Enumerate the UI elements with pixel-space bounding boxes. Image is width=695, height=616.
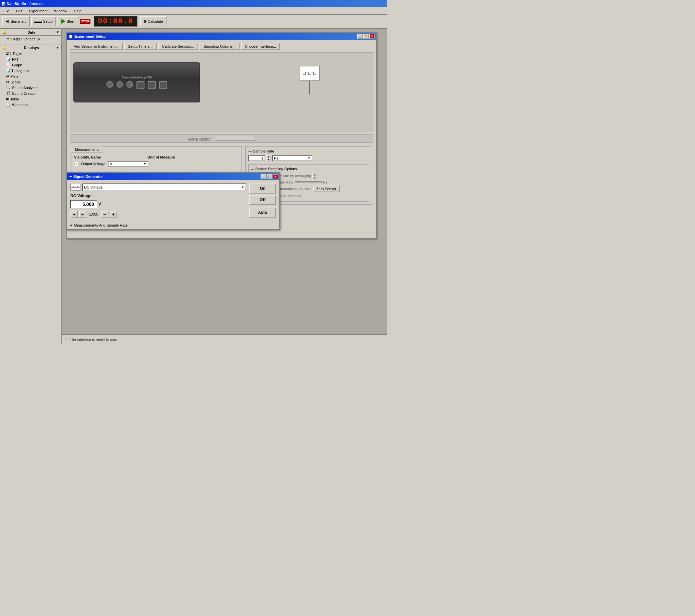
table-label: Table: [10, 97, 19, 101]
meter-label: Meter: [10, 74, 20, 79]
add-sensor-button[interactable]: Add Sensor or Instrument...: [70, 43, 123, 50]
sidebar-item-workbook[interactable]: 📋 Workbook: [0, 102, 62, 107]
sound-analyzer-icon: 🔍: [6, 85, 11, 90]
signal-type-dropdown[interactable]: DC Voltage ▼: [82, 184, 246, 191]
sidebar-item-digits[interactable]: 314 Digits: [0, 51, 62, 56]
signal-connector-line: [309, 81, 310, 95]
stop-badge: STOP: [80, 19, 90, 24]
sample-rate-input[interactable]: 1: [248, 155, 265, 161]
voltage-unit: V: [98, 202, 101, 206]
content-area: 📋 Experiment Setup _ □ ✕ Add Sensor or I…: [62, 29, 387, 344]
expand-measurements-row[interactable]: + Measurements And Sample Rate: [67, 221, 279, 229]
table-icon: ⊞: [6, 97, 9, 101]
sidebar-item-graph[interactable]: 📈 Graph: [0, 62, 62, 68]
port-power: [106, 81, 113, 88]
sidebar-item-meter[interactable]: ⊙ Meter: [0, 73, 62, 79]
sig-gen-maximize-button[interactable]: □: [267, 174, 272, 179]
sound-creator-label: Sound Creator: [12, 91, 36, 96]
reduce-spin-up[interactable]: ▲: [312, 173, 317, 176]
zero-sensor-button[interactable]: Zero Sensor: [313, 185, 340, 192]
scope-icon: ⊗: [6, 80, 9, 84]
setup-timers-button[interactable]: Setup Timers...: [124, 43, 157, 50]
exp-maximize-button[interactable]: □: [363, 34, 369, 39]
summary-button[interactable]: ⊞ Summary: [2, 16, 30, 27]
signal-type-value: DC Voltage: [84, 185, 103, 189]
port-b: [126, 81, 133, 88]
sample-rate-row: 1 ▲ ▼ Hz ▼: [248, 155, 369, 161]
exp-close-button[interactable]: ✕: [369, 34, 375, 39]
step-value: 1.000: [88, 212, 100, 216]
workbook-label: Workbook: [12, 103, 28, 107]
fft-icon: 📊: [6, 57, 11, 62]
setup-button[interactable]: ▬▬ Setup: [31, 16, 56, 27]
scope-label: Scope: [10, 80, 21, 84]
port-d: [148, 81, 156, 89]
sidebar-item-scope[interactable]: ⊗ Scope: [0, 79, 62, 85]
summary-icon: ⊞: [5, 19, 9, 24]
sidebar-item-sound-analyzer[interactable]: 🔍 Sound Analyzer: [0, 85, 62, 90]
exp-minimize-button[interactable]: _: [357, 34, 363, 39]
sig-gen-minimize-button[interactable]: _: [260, 174, 266, 179]
dc-wave-icon: [71, 185, 80, 189]
off-button[interactable]: Off: [249, 195, 276, 205]
sidebar-item-sound-creator[interactable]: 🎵 Sound Creator: [0, 90, 62, 96]
measurements-tab[interactable]: Measurements: [71, 147, 103, 152]
sidebar-item-fft[interactable]: 📊 FFT: [0, 56, 62, 62]
output-voltage-checkbox[interactable]: ✓: [74, 162, 79, 166]
output-voltage-icon: 〜: [7, 36, 10, 41]
hz-dropdown[interactable]: Hz ▼: [272, 155, 312, 161]
menu-experiment[interactable]: Experiment: [27, 9, 50, 14]
start-button[interactable]: Start: [57, 16, 79, 27]
graph-label: Graph: [12, 63, 22, 67]
device-area: ScienceWorkshop 750: [70, 52, 373, 132]
menu-help[interactable]: Help: [72, 9, 83, 14]
experiment-setup-titlebar[interactable]: 📋 Experiment Setup _ □ ✕: [67, 33, 376, 40]
reduce-spin-down[interactable]: ▼: [312, 176, 317, 179]
workbook-icon: 📋: [6, 102, 11, 107]
signal-type-icon: [70, 184, 80, 190]
signal-gen-left: DC Voltage ▼ DC Voltage 5.000 V ◄ ► 1.00…: [70, 184, 246, 218]
spin-up-button[interactable]: ▲: [266, 155, 271, 158]
unit-col-header: Unit of Measure: [148, 155, 198, 159]
sampling-options-button[interactable]: Sampling Options...: [200, 43, 240, 50]
calculate-button[interactable]: ⊞ Calculate: [140, 16, 167, 27]
plus-button[interactable]: +: [110, 211, 117, 218]
voltage-value-display[interactable]: 5.000: [70, 200, 97, 208]
auto-button[interactable]: Auto: [249, 207, 276, 218]
minus-button[interactable]: −: [101, 211, 108, 218]
choose-interface-button[interactable]: Choose Interface...: [241, 43, 280, 50]
signal-type-row: DC Voltage ▼: [70, 184, 246, 191]
sound-creator-icon: 🎵: [6, 91, 11, 96]
step-up-button[interactable]: ►: [79, 211, 86, 218]
sidebar-item-table[interactable]: ⊞ Table: [0, 96, 62, 102]
signal-output-label: Signal Output: [70, 134, 373, 143]
menu-window[interactable]: Window: [52, 9, 69, 14]
exp-setup-icon: 📋: [68, 34, 73, 39]
sidebar-item-histogram[interactable]: 📊 Histogram: [0, 68, 62, 73]
signal-output-area: [300, 66, 320, 95]
sig-gen-close-button[interactable]: ✕: [273, 174, 278, 179]
on-button[interactable]: On: [249, 184, 276, 194]
app-title: DataStudio - force.ds: [7, 2, 44, 6]
displays-section-header[interactable]: 🔔 Displays ▼: [0, 44, 62, 51]
data-section-icon: 🔔: [2, 30, 7, 34]
sidebar: 🔔 Data ▼ 〜 Output Voltage (V) 🔔 Displays…: [0, 29, 62, 344]
data-section-header[interactable]: 🔔 Data ▼: [0, 29, 62, 36]
step-row: ◄ ► 1.000 − +: [70, 211, 246, 218]
eff-rate-input[interactable]: [295, 182, 322, 183]
spin-down-button[interactable]: ▼: [266, 158, 271, 161]
step-down-button[interactable]: ◄: [70, 211, 78, 218]
measurement-row-output-voltage: ✓ Output Voltage V ▼: [74, 161, 239, 167]
menu-file[interactable]: File: [1, 9, 11, 14]
displays-section-label: Displays: [24, 46, 39, 50]
sidebar-item-output-voltage[interactable]: 〜 Output Voltage (V): [0, 36, 62, 42]
signal-generator-window: 〜 Signal Generator _ □ ✕: [66, 172, 280, 230]
status-warning-icon: ⚠: [64, 337, 68, 342]
hz-dropdown-arrow: ▼: [308, 156, 311, 160]
menu-edit[interactable]: Edit: [14, 9, 24, 14]
status-message: The interface is ready to use.: [70, 337, 117, 342]
signal-output-textbox[interactable]: [215, 136, 255, 140]
unit-dropdown[interactable]: V ▼: [108, 161, 148, 167]
signal-gen-titlebar[interactable]: 〜 Signal Generator _ □ ✕: [67, 173, 279, 180]
calibrate-sensors-button[interactable]: Calibrate Sensors...: [158, 43, 199, 50]
